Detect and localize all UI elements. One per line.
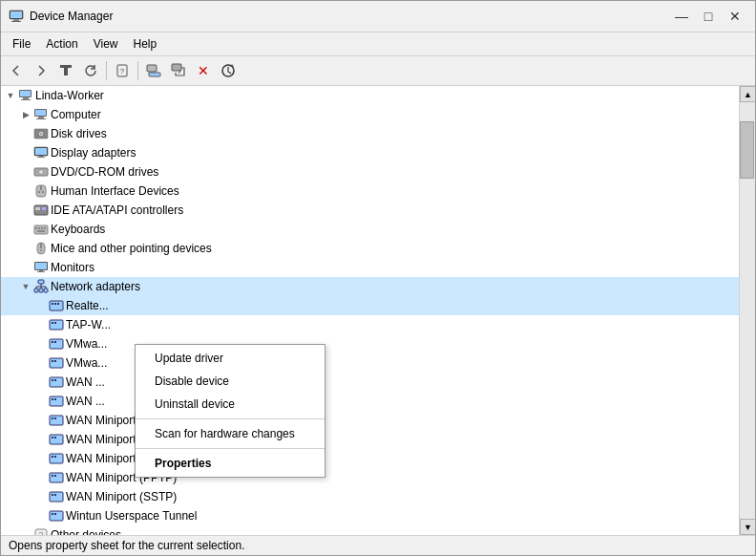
list-item[interactable]: ▼ Network adapters [1,277,739,296]
list-item[interactable]: ▶ TAP-W... [1,315,739,334]
tree-panel[interactable]: ▼ Linda-Worker ▶ [1,86,739,535]
keyboard-icon [33,222,49,237]
ctx-disable-device[interactable]: Disable device [136,370,325,393]
toolbar-refresh[interactable] [79,59,102,82]
svg-rect-36 [34,225,48,234]
svg-rect-81 [52,437,53,438]
netcard-icon [49,489,64,504]
toolbar-scan[interactable] [217,59,240,82]
svg-rect-76 [54,398,56,400]
svg-rect-30 [40,185,42,190]
item-label: Human Interface Devices [51,184,179,198]
toolbar-uninstall[interactable]: ✕ [192,59,215,82]
ctx-update-driver[interactable]: Update driver [136,347,325,370]
svg-rect-74 [50,396,63,406]
netcard-icon [49,451,64,466]
ctx-uninstall-device[interactable]: Uninstall device [136,393,325,416]
list-item[interactable]: ▶ WAN Miniport (L2TP) [1,411,739,430]
svg-rect-48 [37,271,45,272]
tree-root[interactable]: ▼ Linda-Worker [1,86,739,105]
list-item[interactable]: ▶ Mice and other pointing devices [1,239,739,258]
computer-icon [18,88,33,103]
svg-rect-14 [23,97,29,99]
scroll-up-button[interactable]: ▲ [740,86,755,102]
list-item[interactable]: ▶ WAN Miniport (SSTP) [1,487,739,506]
item-label: Wintun Userspace Tunnel [66,509,197,523]
list-item[interactable]: ▶ WAN ... [1,392,739,411]
svg-rect-92 [50,511,63,521]
status-bar: Opens property sheet for the current sel… [1,535,755,555]
menu-help[interactable]: Help [126,34,165,53]
list-item[interactable]: ▶ IDE ATA/ATAPI controllers [1,201,739,220]
list-item[interactable]: ▶ Realte... [1,296,739,315]
computer-icon [33,107,49,122]
list-item[interactable]: ▶ Monitors [1,258,739,277]
list-item[interactable]: ▶ ? Other devices [1,525,739,535]
svg-rect-19 [36,118,46,119]
svg-rect-41 [37,230,45,232]
scroll-down-button[interactable]: ▼ [740,519,755,535]
svg-rect-40 [44,227,46,229]
svg-rect-46 [35,263,47,269]
svg-rect-69 [52,360,53,362]
svg-rect-52 [44,289,48,292]
svg-point-31 [38,191,40,193]
scrollbar[interactable]: ▲ ▼ [739,86,755,535]
expand-computer[interactable]: ▶ [18,107,33,122]
ctx-properties[interactable]: Properties [136,452,325,475]
item-label: Other devices [51,528,121,535]
list-item[interactable]: ▶ Disk drives [1,124,739,143]
toolbar-up[interactable] [54,59,77,82]
netcard-icon [49,374,64,390]
monitor-icon [33,260,49,275]
list-item[interactable]: ▶ Wintun Userspace Tunnel [1,506,739,525]
menu-action[interactable]: Action [38,34,85,53]
item-label: IDE ATA/ATAPI controllers [51,203,183,217]
list-item[interactable]: ▶ Human Interface Devices [1,182,739,201]
maximize-button[interactable]: □ [696,7,721,26]
svg-rect-68 [50,358,63,368]
scroll-track[interactable] [740,102,755,519]
toolbar-help[interactable]: ? [111,59,134,82]
netcard-icon [49,355,64,371]
list-item[interactable]: ▶ WAN Miniport (Network Monitor) [1,430,739,449]
device-manager-window: Device Manager — □ ✕ File Action View He… [0,0,756,556]
svg-rect-75 [52,398,53,400]
menu-file[interactable]: File [5,34,38,53]
list-item[interactable]: ▶ VMwa... [1,334,739,353]
title-bar-controls: — □ ✕ [669,7,747,26]
svg-text:?: ? [38,530,43,535]
scroll-thumb[interactable] [740,121,754,179]
list-item[interactable]: ▶ VMwa... [1,353,739,373]
svg-rect-72 [52,379,53,381]
list-item[interactable]: ▶ WAN Miniport (PPTP) [1,468,739,487]
toolbar-back[interactable] [5,59,28,82]
root-expand[interactable]: ▼ [3,88,18,103]
svg-rect-91 [54,494,56,496]
svg-rect-5 [64,68,68,75]
toolbar-properties[interactable] [142,59,165,82]
minimize-button[interactable]: — [669,7,694,26]
svg-rect-15 [21,99,31,100]
expand-network[interactable]: ▼ [18,279,33,294]
svg-rect-82 [54,437,56,438]
ctx-scan-hardware[interactable]: Scan for hardware changes [136,422,325,445]
list-item[interactable]: ▶ Keyboards [1,220,739,239]
item-label: WAN Miniport (SSTP) [66,490,177,503]
list-item[interactable]: ▶ WAN Miniport (PPPOE) [1,449,739,468]
title-bar: Device Manager — □ ✕ [1,1,755,32]
item-label: Realte... [66,299,109,312]
svg-rect-66 [52,341,53,343]
toolbar-update[interactable] [167,59,190,82]
menu-bar: File Action View Help [1,32,755,56]
svg-rect-62 [50,320,63,330]
list-item[interactable]: ▶ WAN ... [1,373,739,392]
toolbar-forward[interactable] [30,59,52,82]
list-item[interactable]: ▶ Display adapters [1,143,739,162]
list-item[interactable]: ▶ Computer [1,105,739,124]
menu-view[interactable]: View [86,34,126,53]
svg-rect-58 [50,301,63,310]
close-button[interactable]: ✕ [723,7,747,26]
svg-rect-86 [50,473,63,482]
list-item[interactable]: ▶ DVD/CD-ROM drives [1,162,739,182]
